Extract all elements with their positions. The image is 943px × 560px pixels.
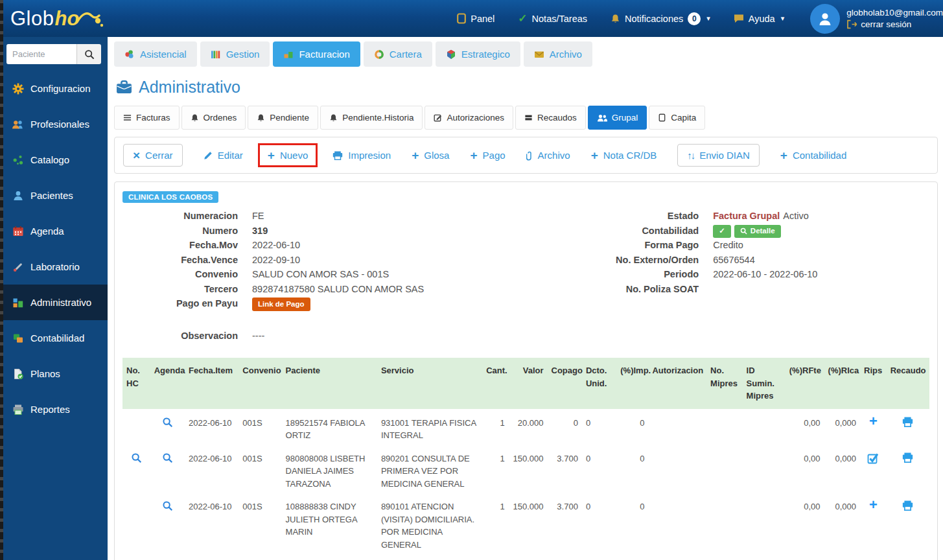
cell-autorizacion (648, 554, 706, 560)
sidebar-item-label: Planos (30, 368, 60, 379)
field-label: Fecha.Vence (122, 253, 238, 268)
sidebar-item-profesionales[interactable]: Profesionales (0, 106, 108, 142)
tab-asistencial[interactable]: Asistencial (114, 41, 197, 67)
search-button[interactable] (76, 44, 101, 64)
sidebar-item-contabilidad[interactable]: Contabilidad (0, 320, 108, 356)
bell-icon (191, 113, 199, 122)
subtab-recaudos[interactable]: Recaudos (515, 106, 586, 130)
nav-ayuda[interactable]: Ayuda ▾ (734, 14, 784, 24)
recaudo-print-icon[interactable] (902, 452, 913, 467)
cell-autorizacion (648, 493, 706, 554)
subtab-pendiente-historia[interactable]: Pendiente.Historia (320, 106, 423, 130)
editar-button[interactable]: Editar (204, 150, 243, 161)
nota-crdb-button[interactable]: + Nota CR/DB (591, 150, 657, 161)
cell-rfte: 0,00 (786, 409, 824, 445)
subtab-facturas[interactable]: Facturas (114, 106, 180, 130)
logout-button[interactable]: cerrar sesión (846, 19, 943, 30)
cell-imp: 0 (616, 445, 648, 493)
hc-lookup-icon[interactable] (131, 452, 142, 467)
rips-checked-icon[interactable] (867, 452, 879, 468)
edit-square-icon (434, 113, 442, 122)
sidebar-item-label: Pacientes (30, 190, 73, 201)
cell-copago: 3.700 (548, 554, 582, 560)
field-label: Pago en Payu (122, 296, 238, 311)
subtab-grupal[interactable]: Grupal (588, 106, 647, 130)
rips-add-icon[interactable]: + (869, 417, 878, 426)
search-icon (84, 49, 95, 60)
cell-paciente: 108888838 CINDY JULIETH ORTEGA MARIN (282, 493, 377, 554)
agenda-lookup-icon[interactable] (162, 417, 173, 432)
plus-icon: + (470, 151, 477, 160)
contabilidad-check-button[interactable]: ✓ (713, 225, 731, 238)
cell-id-sumin (743, 445, 786, 493)
subtab-autorizaciones[interactable]: Autorizaciones (425, 106, 513, 130)
glosa-button[interactable]: + Glosa (412, 150, 449, 161)
main-content: Asistencial Gestion Facturacion Cartera … (108, 37, 943, 560)
cell-convenio: 001S (239, 554, 281, 560)
stack-icon (524, 113, 533, 122)
contabilidad-detalle-button[interactable]: Detalle (734, 225, 781, 238)
patient-search (6, 44, 101, 64)
col-header: Dcto. Unid. (582, 358, 616, 409)
tab-label: Gestion (226, 49, 260, 60)
nav-notificaciones[interactable]: Notificaciones 0 ▾ (611, 12, 710, 25)
sidebar-item-catalogo[interactable]: Catalogo (0, 142, 108, 178)
cell-paciente: 189521574 FABIOLA ORTIZ (282, 554, 377, 560)
recaudo-print-icon[interactable] (902, 500, 913, 515)
impresion-button[interactable]: Impresion (332, 150, 391, 161)
sidebar-item-administrativo[interactable]: Administrativo (0, 285, 108, 320)
agenda-lookup-icon[interactable] (162, 452, 173, 467)
sidebar-item-agenda[interactable]: Agenda (0, 213, 108, 249)
agenda-lookup-icon[interactable] (162, 500, 173, 515)
cell-rica: 0,000 (824, 409, 861, 445)
user-email: globholab10@gmail.com (846, 7, 943, 19)
app-logo[interactable]: Globho (10, 8, 104, 29)
archivo-label: Archivo (538, 150, 570, 161)
col-header: No. Mipres (706, 358, 743, 409)
contabilidad-button[interactable]: + Contabilidad (780, 150, 847, 161)
observacion-value: ---- (252, 329, 264, 344)
record-toolbar: × Cerrar Editar + Nuevo Impresion + Glos… (114, 137, 938, 174)
sidebar-item-configuracion[interactable]: Configuracion (0, 71, 108, 106)
rips-add-icon[interactable]: + (869, 500, 878, 509)
col-header: (%)RIca (824, 358, 861, 409)
decorative-scroll-strip (0, 0, 3, 560)
recaudo-print-icon[interactable] (902, 417, 913, 431)
sidebar-item-reportes[interactable]: Reportes (0, 391, 108, 427)
tab-estrategico[interactable]: Estrategico (436, 41, 520, 67)
sidebar-item-pacientes[interactable]: Pacientes (0, 178, 108, 213)
link-de-pago-button[interactable]: Link de Pago (252, 298, 310, 311)
cell-cant: 1 (482, 493, 509, 554)
sidebar-item-label: Administrativo (30, 297, 91, 308)
subtab-ordenes[interactable]: Ordenes (181, 106, 246, 130)
tab-gestion[interactable]: Gestion (200, 41, 270, 67)
nav-panel[interactable]: Panel (457, 13, 495, 24)
cell-dcto-unid: 0 (582, 493, 616, 554)
subtab-pendiente[interactable]: Pendiente (248, 106, 318, 130)
archivo-button[interactable]: Archivo (526, 150, 570, 161)
envio-dian-button[interactable]: ↑↓ Envio DIAN (677, 144, 760, 167)
field-label: Periodo (574, 267, 699, 282)
avatar[interactable] (810, 4, 840, 34)
tab-archivo[interactable]: Archivo (524, 41, 592, 67)
nav-notas-tareas[interactable]: ✓ Notas/Tareas (518, 12, 587, 25)
field-label: Contabilidad (574, 224, 699, 239)
dots-icon (12, 154, 24, 166)
cerrar-button[interactable]: × Cerrar (123, 144, 183, 167)
field-label: Convenio (122, 267, 238, 282)
pago-button[interactable]: + Pago (470, 150, 505, 161)
envio-dian-label: Envio DIAN (699, 150, 750, 161)
main-tabs: Asistencial Gestion Facturacion Cartera … (114, 41, 938, 67)
sidebar-item-planos[interactable]: Planos (0, 356, 108, 391)
nuevo-button[interactable]: + Nuevo (268, 150, 308, 161)
sidebar-item-laboratorio[interactable]: Laboratorio (0, 249, 108, 285)
tab-label: Estrategico (461, 49, 510, 60)
field-label: No. Poliza SOAT (574, 282, 699, 297)
subtab-label: Autorizaciones (447, 113, 504, 122)
subtab-label: Pendiente (270, 113, 309, 122)
cell-valor: 150.000 (509, 445, 548, 493)
subtab-capita[interactable]: Capita (649, 106, 705, 130)
tab-facturacion[interactable]: Facturacion (273, 41, 360, 67)
search-input[interactable] (6, 44, 76, 64)
tab-cartera[interactable]: Cartera (364, 41, 432, 67)
